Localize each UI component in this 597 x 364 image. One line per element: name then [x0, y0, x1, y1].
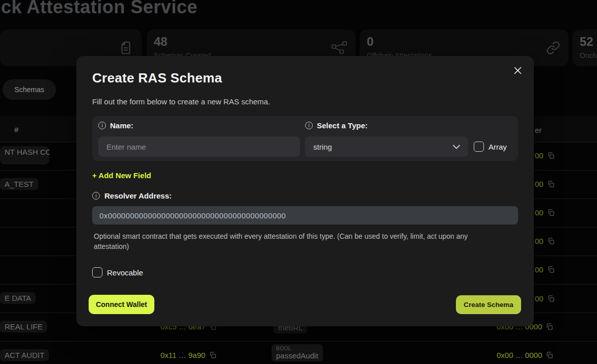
modal-subtitle: Fill out the form below to create a new …: [92, 97, 270, 106]
add-new-field-link[interactable]: + Add New Field: [92, 171, 151, 180]
close-icon[interactable]: [510, 63, 525, 77]
info-icon: i: [92, 192, 100, 200]
type-select[interactable]: string: [305, 136, 468, 157]
create-schema-button[interactable]: Create Schema: [456, 295, 521, 314]
revocable-option: Revocable: [92, 267, 143, 277]
type-field-label: i Select a Type:: [305, 121, 368, 130]
resolver-address-input[interactable]: [92, 206, 518, 225]
create-schema-modal: Create RAS Schema Fill out the form belo…: [76, 56, 534, 326]
chevron-down-icon: [453, 145, 460, 149]
revocable-label: Revocable: [107, 268, 143, 277]
info-icon: i: [98, 122, 106, 129]
name-field-label: i Name:: [98, 121, 133, 130]
type-select-value: string: [313, 143, 332, 151]
resolver-help-text: Optional smart contract that gets execut…: [94, 232, 495, 252]
revocable-checkbox[interactable]: [92, 267, 102, 277]
resolver-address-label: i Resolver Address:: [92, 191, 172, 200]
array-label: Array: [489, 143, 507, 151]
array-checkbox[interactable]: [474, 142, 484, 152]
modal-title: Create RAS Schema: [92, 70, 222, 86]
app-window: ck Attestation Service 48 Schemas Create…: [0, 0, 597, 364]
name-input[interactable]: [98, 136, 300, 157]
info-icon: i: [305, 122, 313, 129]
array-option: Array: [474, 142, 507, 152]
schema-field-row: i Name: i Select a Type: string Array: [92, 116, 518, 161]
connect-wallet-button[interactable]: Connect Wallet: [89, 295, 154, 314]
